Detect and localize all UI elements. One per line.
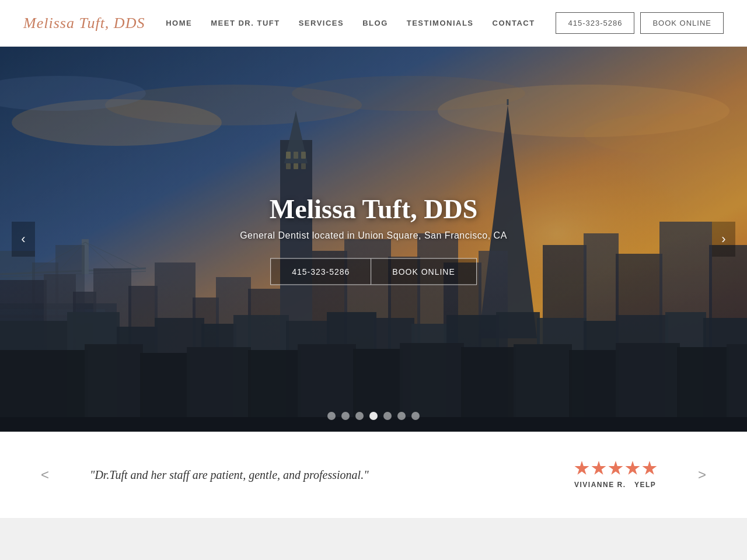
star-2 — [591, 461, 606, 476]
nav-item-testimonials[interactable]: TESTIMONIALS — [407, 19, 474, 27]
site-logo: Melissa Tuft, DDS — [23, 15, 145, 32]
hero-dots — [327, 412, 420, 420]
reviewer-source: YELP — [634, 481, 656, 489]
hero-section: Melissa Tuft, DDS General Dentist locate… — [0, 47, 747, 432]
hero-phone-button[interactable]: 415-323-5286 — [270, 258, 371, 285]
star-3 — [608, 461, 623, 476]
hero-dot-0[interactable] — [327, 412, 336, 420]
nav-item-blog[interactable]: BLOG — [362, 19, 388, 27]
hero-cta-buttons: 415-323-5286 BOOK ONLINE — [240, 258, 507, 285]
bottom-section — [0, 519, 747, 560]
hero-content: Melissa Tuft, DDS General Dentist locate… — [240, 194, 507, 285]
star-5 — [642, 461, 657, 476]
testimonial-content: "Dr.Tuft and her staff are patient, gent… — [55, 461, 692, 489]
header-buttons: 415-323-5286 BOOK ONLINE — [556, 12, 724, 34]
hero-dot-2[interactable] — [355, 412, 364, 420]
hero-dot-4[interactable] — [383, 412, 392, 420]
testimonial-section: < "Dr.Tuft and her staff are patient, ge… — [0, 432, 747, 519]
hero-next-button[interactable]: › — [712, 222, 735, 257]
nav-item-home[interactable]: HOME — [166, 19, 192, 27]
star-4 — [625, 461, 640, 476]
nav-item-meet[interactable]: MEET DR. TUFT — [211, 19, 280, 27]
testimonial-reviewer: VIVIANNE R. YELP — [574, 481, 656, 489]
hero-prev-button[interactable]: ‹ — [12, 222, 35, 257]
hero-dot-5[interactable] — [397, 412, 406, 420]
hero-dot-3[interactable] — [369, 412, 378, 420]
nav-item-services[interactable]: SERVICES — [299, 19, 344, 27]
hero-book-button[interactable]: BOOK ONLINE — [371, 258, 476, 285]
testimonial-prev-button[interactable]: < — [35, 461, 55, 489]
nav-item-contact[interactable]: CONTACT — [493, 19, 535, 27]
star-1 — [574, 461, 589, 476]
testimonial-quote: "Dr.Tuft and her staff are patient, gent… — [90, 466, 369, 484]
hero-subtitle: General Dentist located in Union Square,… — [240, 230, 507, 241]
hero-title: Melissa Tuft, DDS — [240, 194, 507, 225]
reviewer-name: VIVIANNE R. — [574, 481, 626, 489]
testimonial-meta: VIVIANNE R. YELP — [574, 461, 657, 489]
testimonial-next-button[interactable]: > — [692, 461, 712, 489]
hero-dot-6[interactable] — [411, 412, 420, 420]
header-phone-button[interactable]: 415-323-5286 — [556, 12, 634, 34]
site-header: Melissa Tuft, DDS HOMEMEET DR. TUFTSERVI… — [0, 0, 747, 47]
main-nav: HOMEMEET DR. TUFTSERVICESBLOGTESTIMONIAL… — [166, 19, 535, 27]
testimonial-stars — [574, 461, 657, 476]
header-book-button[interactable]: BOOK ONLINE — [640, 12, 724, 34]
hero-dot-1[interactable] — [341, 412, 350, 420]
